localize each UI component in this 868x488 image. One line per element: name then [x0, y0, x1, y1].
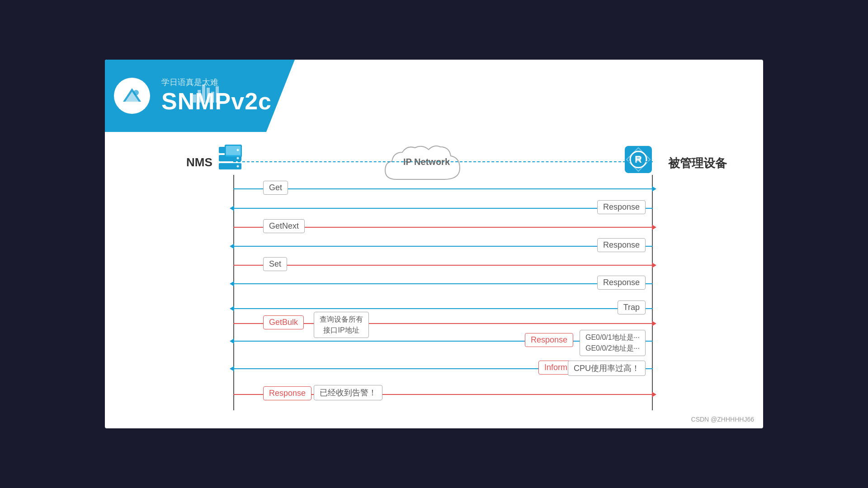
inform-detail: CPU使用率过高！: [568, 361, 646, 376]
response3-label: Response: [597, 276, 646, 290]
set-arrow: [233, 265, 653, 266]
response4-label: Response: [525, 333, 573, 347]
getnext-arrow-head: [652, 225, 656, 230]
get-arrow: [233, 188, 653, 189]
svg-point-11: [237, 157, 239, 160]
getbulk-label: GetBulk: [263, 315, 304, 329]
svg-rect-9: [226, 160, 235, 161]
response2-arrow: [233, 246, 653, 247]
get-arrow-head: [652, 186, 656, 192]
ge1-label: GE0/0/1地址是···: [585, 332, 640, 343]
getnext-label: GetNext: [263, 219, 305, 233]
cloud-label: IP Network: [403, 157, 450, 167]
set-label: Set: [263, 257, 287, 271]
svg-point-12: [237, 165, 239, 168]
logo: [114, 78, 150, 114]
header-band: 学日语真是太难 SNMPv2c: [105, 60, 295, 132]
final-response-label: Response: [263, 386, 311, 400]
managed-device-label: 被管理设备: [668, 155, 727, 171]
response2-arrow-head: [230, 244, 234, 249]
response1-label: Response: [597, 200, 646, 214]
managed-device-icon: R: [622, 143, 655, 176]
response3-arrow-head: [230, 281, 234, 286]
getbulk-arrow-head: [652, 321, 656, 326]
response2-label: Response: [597, 238, 646, 252]
response3-arrow: [233, 283, 653, 284]
router-icon: R: [622, 143, 655, 176]
final-response-description: 已经收到告警！: [314, 385, 382, 400]
nms-label: NMS: [186, 155, 212, 169]
set-arrow-head: [652, 263, 656, 268]
trap-label: Trap: [618, 300, 646, 314]
response1-arrow: [233, 208, 653, 209]
device-vertical-line: [652, 175, 653, 410]
final-response-arrow-head: [652, 392, 656, 397]
ge2-label: GE0/0/2地址是···: [585, 343, 640, 354]
bar-chart-decoration: [193, 84, 219, 103]
response1-arrow-head: [230, 206, 234, 211]
logo-icon: [121, 84, 143, 107]
svg-point-2: [133, 90, 139, 95]
nms-icon: [217, 143, 250, 176]
response4-arrow-head: [230, 338, 234, 344]
get-label: Get: [263, 181, 288, 195]
csdn-watermark: CSDN @ZHHHHHJ66: [691, 416, 754, 423]
svg-point-10: [237, 149, 239, 151]
nms-server-icon: [217, 143, 250, 176]
inform-arrow-head: [230, 366, 234, 371]
slide: 学日语真是太难 SNMPv2c NMS IP Network: [105, 60, 763, 428]
getbulk-description: 查询设备所有 接口IP地址: [314, 312, 369, 338]
trap-arrow-head: [230, 306, 234, 311]
svg-text:R: R: [635, 154, 642, 165]
getbulk-desc-line1: 查询设备所有: [320, 314, 363, 325]
trap-arrow: [233, 308, 653, 309]
getbulk-desc-line2: 接口IP地址: [320, 325, 363, 336]
response4-detail: GE0/0/1地址是··· GE0/0/2地址是···: [580, 330, 646, 356]
